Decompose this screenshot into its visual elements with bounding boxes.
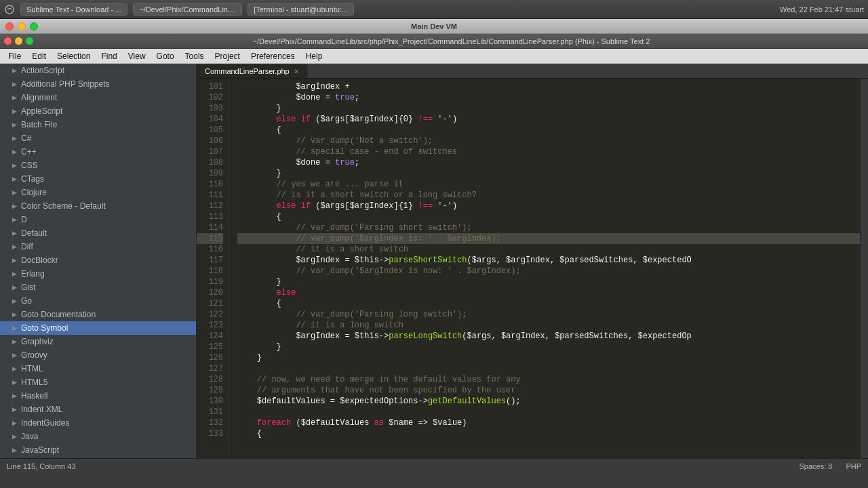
- sidebar-item-indentguides[interactable]: ▶IndentGuides: [0, 416, 196, 430]
- sidebar-item-java[interactable]: ▶Java: [0, 430, 196, 443]
- menu-item-file[interactable]: File: [3, 50, 26, 62]
- code-line: // it is a long switch: [237, 320, 860, 331]
- minimize-button[interactable]: [18, 22, 26, 30]
- sidebar-item-label: D: [21, 215, 27, 224]
- statusbar: Line 115, Column 43 Spaces: 8 PHP: [0, 458, 868, 473]
- menu-item-edit[interactable]: Edit: [26, 50, 52, 62]
- sidebar-item-goto-documentation[interactable]: ▶Goto Documentation: [0, 308, 196, 321]
- code-line: else: [237, 287, 860, 298]
- code-content[interactable]: $argIndex + $done = true; } else if ($ar…: [229, 79, 860, 458]
- sidebar-arrow-icon: ▶: [11, 67, 18, 74]
- menu-item-find[interactable]: Find: [96, 50, 122, 62]
- cursor-position: Line 115, Column 43: [7, 462, 76, 470]
- sidebar-item-label: Java: [21, 432, 38, 441]
- sidebar-item-default[interactable]: ▶Default: [0, 226, 196, 240]
- code-line: // var_dump('Not a switch');: [237, 136, 860, 146]
- sidebar-item-html[interactable]: ▶HTML: [0, 362, 196, 375]
- sidebar-item-ctags[interactable]: ▶CTags: [0, 172, 196, 186]
- sidebar-item-gist[interactable]: ▶Gist: [0, 281, 196, 294]
- code-line: {: [237, 125, 860, 136]
- sidebar-item-color-scheme---default[interactable]: ▶Color Scheme - Default: [0, 199, 196, 213]
- line-number: 128: [197, 374, 223, 385]
- browser-tab-label: Sublime Text - Download - ...: [26, 5, 121, 14]
- sidebar-item-c#[interactable]: ▶C#: [0, 131, 196, 145]
- sidebar-item-label: C++: [21, 147, 37, 157]
- sidebar-item-css[interactable]: ▶CSS: [0, 159, 196, 172]
- sidebar-item-go[interactable]: ▶Go: [0, 294, 196, 308]
- sidebar-item-label: DocBlockr: [21, 256, 58, 265]
- sidebar-item-latex[interactable]: ▶LaTeX: [0, 457, 196, 458]
- language-info: PHP: [846, 462, 861, 470]
- sidebar-item-applescript[interactable]: ▶AppleScript: [0, 104, 196, 118]
- line-number: 112: [197, 201, 223, 211]
- sidebar-item-batch-file[interactable]: ▶Batch File: [0, 118, 196, 131]
- window-title: Main Dev VM: [411, 22, 457, 30]
- path-maximize-button[interactable]: [26, 37, 33, 45]
- sidebar-item-goto-symbol[interactable]: ▶Goto Symbol: [0, 321, 196, 335]
- sidebar-item-diff[interactable]: ▶Diff: [0, 240, 196, 253]
- line-number: 127: [197, 363, 223, 374]
- terminal-tab[interactable]: [Terminal - stuart@ubuntu:...: [248, 3, 354, 16]
- sidebar-item-groovy[interactable]: ▶Groovy: [0, 348, 196, 362]
- line-number: 108: [197, 157, 223, 168]
- sidebar-item-d[interactable]: ▶D: [0, 213, 196, 226]
- sidebar-arrow-icon: ▶: [11, 176, 18, 182]
- menu-item-preferences[interactable]: Preferences: [245, 50, 300, 62]
- sidebar-item-actionscript[interactable]: ▶ActionScript: [0, 64, 196, 77]
- browser-tab[interactable]: Sublime Text - Download - ...: [20, 3, 127, 16]
- sidebar-item-indent-xml[interactable]: ▶Indent XML: [0, 403, 196, 416]
- sidebar-item-label: Go: [21, 296, 32, 306]
- tabbar: CommandLineParser.php✕: [197, 64, 868, 79]
- close-button[interactable]: [5, 22, 14, 30]
- sidebar-arrow-icon: ▶: [11, 420, 18, 426]
- sidebar-item-label: Diff: [21, 242, 33, 251]
- sidebar-item-label: Default: [21, 228, 47, 238]
- code-line: foreach ($defaultValues as $name => $val…: [237, 418, 860, 428]
- line-number: 126: [197, 352, 223, 363]
- tab-close-icon[interactable]: ✕: [294, 68, 299, 75]
- wifi-icon: [4, 4, 15, 15]
- sidebar-item-additional-php-snippets[interactable]: ▶Additional PHP Snippets: [0, 77, 196, 91]
- menu-item-help[interactable]: Help: [300, 50, 328, 62]
- sidebar-item-label: CTags: [21, 174, 44, 184]
- menu-item-tools[interactable]: Tools: [180, 50, 210, 62]
- sidebar-item-graphviz[interactable]: ▶Graphviz: [0, 335, 196, 348]
- path-close-button[interactable]: [4, 37, 12, 45]
- sidebar-item-label: JavaScript: [21, 445, 59, 455]
- menu-item-selection[interactable]: Selection: [52, 50, 96, 62]
- menu-item-view[interactable]: View: [123, 50, 151, 62]
- line-number: 124: [197, 331, 223, 342]
- sidebar-item-html5[interactable]: ▶HTML5: [0, 375, 196, 389]
- sidebar-item-label: Indent XML: [21, 405, 62, 414]
- sidebar-item-c++[interactable]: ▶C++: [0, 145, 196, 159]
- line-number: 103: [197, 103, 223, 114]
- sidebar-item-label: Color Scheme - Default: [21, 201, 106, 211]
- pathbar: ~/Devel/Phix/CommandLineLib/src/php/Phix…: [0, 34, 868, 49]
- menu-item-project[interactable]: Project: [210, 50, 245, 62]
- sidebar-item-javascript[interactable]: ▶JavaScript: [0, 443, 196, 457]
- sidebar-item-docblockr[interactable]: ▶DocBlockr: [0, 253, 196, 267]
- editor-tab[interactable]: CommandLineParser.php✕: [197, 64, 308, 78]
- code-line: {: [237, 428, 860, 439]
- line-number: 105: [197, 125, 223, 136]
- sidebar-arrow-icon: ▶: [11, 379, 18, 386]
- sidebar-item-erlang[interactable]: ▶Erlang: [0, 267, 196, 281]
- system-right: Wed, 22 Feb 21:47 stuart: [780, 5, 864, 14]
- sidebar-item-alignment[interactable]: ▶Alignment: [0, 91, 196, 104]
- line-number: 111: [197, 190, 223, 201]
- file-manager-tab[interactable]: ~/Devel/Phix/CommandLin....: [133, 3, 242, 16]
- path-minimize-button[interactable]: [15, 37, 22, 45]
- line-number: 104: [197, 114, 223, 125]
- sidebar-item-clojure[interactable]: ▶Clojure: [0, 186, 196, 199]
- code-line: // arguments that have not been specifie…: [237, 385, 860, 396]
- line-number: 121: [197, 298, 223, 309]
- right-scrollbar[interactable]: [860, 79, 868, 458]
- maximize-button[interactable]: [30, 22, 38, 30]
- sidebar-item-haskell[interactable]: ▶Haskell: [0, 389, 196, 403]
- sidebar-item-label: Clojure: [21, 188, 47, 197]
- code-container[interactable]: 1011021031041051061071081091101111121131…: [197, 79, 868, 458]
- menu-item-goto[interactable]: Goto: [151, 50, 180, 62]
- code-line: [237, 363, 860, 374]
- sidebar-arrow-icon: ▶: [11, 365, 18, 372]
- code-line: else if ($args[$argIndex]{1} !== '-'): [237, 201, 860, 211]
